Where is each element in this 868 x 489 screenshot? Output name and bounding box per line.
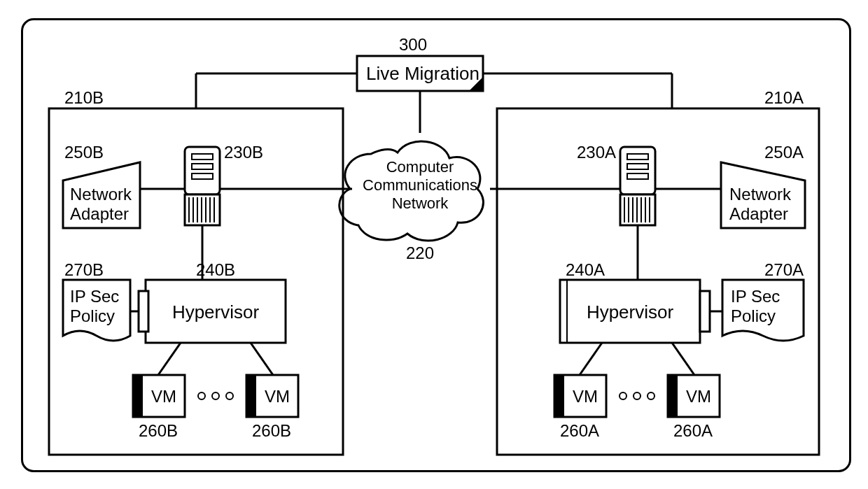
ref-230A: 230A xyxy=(577,143,616,162)
vm-a-1: VM xyxy=(554,375,606,417)
adapter-a-line2: Adapter xyxy=(729,204,788,223)
adapter-b-line1: Network xyxy=(70,185,132,204)
vm-a-1-label: VM xyxy=(573,387,598,406)
policy-a-line1: IP Sec xyxy=(731,287,780,306)
ellipsis-dot xyxy=(620,392,626,399)
line-hyp-vm2-b xyxy=(251,343,273,375)
ref-270B: 270B xyxy=(64,260,104,279)
line-hyp-vm1-a xyxy=(580,343,602,375)
live-migration-label: Live Migration xyxy=(366,63,479,84)
cloud-line1: Computer xyxy=(386,158,454,176)
hypervisor-b-label: Hypervisor xyxy=(172,302,260,323)
svg-rect-15 xyxy=(246,375,256,417)
ref-300: 300 xyxy=(399,35,427,54)
ref-210B: 210B xyxy=(64,88,104,107)
hypervisor-a-tab xyxy=(700,291,710,332)
policy-a-line2: Policy xyxy=(731,306,776,325)
diagram-svg: 300 Live Migration Computer Communicatio… xyxy=(0,0,868,489)
ref-240A: 240A xyxy=(566,260,605,279)
hypervisor-a-label: Hypervisor xyxy=(587,302,674,323)
ref-260B-2: 260B xyxy=(252,421,291,440)
ellipsis-dot xyxy=(648,392,654,399)
vm-b-2-label: VM xyxy=(265,387,290,406)
ellipsis-dot xyxy=(634,392,640,399)
vm-b-2: VM xyxy=(246,375,298,417)
policy-b-line1: IP Sec xyxy=(70,287,119,306)
ref-250A: 250A xyxy=(764,143,804,162)
ref-250B: 250B xyxy=(64,143,104,162)
vm-a-2-label: VM xyxy=(686,387,711,406)
svg-rect-31 xyxy=(668,375,678,417)
line-hyp-vm2-a xyxy=(672,343,694,375)
cloud-line2: Communications xyxy=(363,176,477,194)
ref-260B-1: 260B xyxy=(139,421,178,440)
policy-b-line2: Policy xyxy=(70,306,115,325)
adapter-a-line1: Network xyxy=(729,185,792,204)
ref-240B: 240B xyxy=(196,260,235,279)
ellipsis-dot xyxy=(198,392,205,399)
ref-270A: 270A xyxy=(764,260,804,279)
svg-rect-13 xyxy=(133,375,143,417)
svg-rect-29 xyxy=(554,375,564,417)
vm-a-2: VM xyxy=(668,375,720,417)
ref-230B: 230B xyxy=(224,143,263,162)
line-hyp-vm1-b xyxy=(158,343,181,375)
ref-260A-2: 260A xyxy=(673,421,713,440)
vm-b-1-label: VM xyxy=(151,387,176,406)
ref-210A: 210A xyxy=(764,88,804,107)
cloud-line3: Network xyxy=(392,194,449,212)
adapter-b-line2: Adapter xyxy=(70,204,129,223)
server-icon-b xyxy=(185,147,220,225)
ref-220: 220 xyxy=(406,243,434,262)
diagram-canvas: 300 Live Migration Computer Communicatio… xyxy=(0,0,868,489)
hypervisor-b-tab xyxy=(139,291,148,332)
ellipsis-dot xyxy=(226,392,233,399)
vm-b-1: VM xyxy=(133,375,185,417)
ellipsis-dot xyxy=(212,392,219,399)
server-icon-a xyxy=(620,147,655,225)
ref-260A-1: 260A xyxy=(560,421,599,440)
